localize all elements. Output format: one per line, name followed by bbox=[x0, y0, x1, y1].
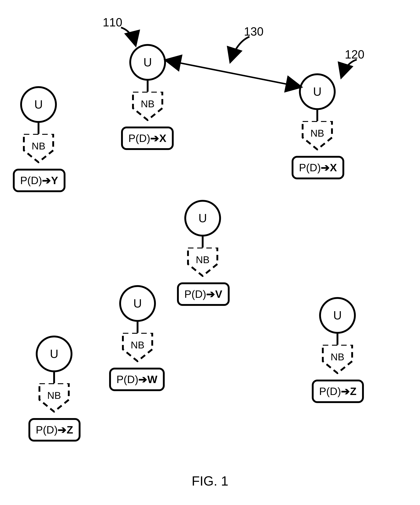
connector bbox=[147, 81, 149, 92]
connector bbox=[337, 334, 338, 345]
prob-target: Y bbox=[51, 174, 58, 186]
prob-target: Z bbox=[67, 424, 73, 436]
u-label: U bbox=[133, 297, 142, 310]
nb-box: NB bbox=[20, 134, 57, 163]
nb-box: NB bbox=[299, 121, 336, 150]
node-6: U NB P(D)➔Z bbox=[319, 297, 356, 334]
prob-target: W bbox=[147, 373, 157, 385]
nb-box: NB bbox=[319, 345, 356, 374]
connector bbox=[53, 372, 55, 383]
u-label: U bbox=[198, 211, 207, 225]
u-label: U bbox=[143, 56, 152, 69]
prob-target: X bbox=[159, 132, 166, 144]
ref-arrow-110 bbox=[114, 22, 143, 51]
prob-prefix: P(D) bbox=[116, 373, 138, 385]
nb-box: NB bbox=[129, 92, 166, 121]
user-circle: U bbox=[119, 285, 156, 322]
prob-prefix: P(D) bbox=[36, 424, 57, 436]
figure-label: FIG. 1 bbox=[192, 473, 228, 488]
ref-arrow-120 bbox=[335, 54, 364, 83]
nb-label: NB bbox=[129, 98, 166, 109]
nb-label: NB bbox=[36, 390, 72, 401]
prob-prefix: P(D) bbox=[20, 174, 42, 186]
connection-arrow bbox=[161, 51, 308, 103]
probability-box: P(D)➔W bbox=[109, 368, 165, 391]
prob-prefix: P(D) bbox=[184, 288, 206, 300]
nb-box: NB bbox=[184, 247, 221, 277]
node-4: U NB P(D)➔V bbox=[184, 200, 221, 237]
connector bbox=[202, 237, 204, 247]
connector bbox=[38, 123, 39, 134]
node-5: U NB P(D)➔W bbox=[119, 285, 156, 322]
nb-label: NB bbox=[20, 140, 57, 152]
connector bbox=[316, 110, 318, 121]
node-3: U NB P(D)➔Y bbox=[20, 86, 57, 123]
nb-label: NB bbox=[119, 339, 156, 351]
nb-label: NB bbox=[184, 254, 221, 265]
probability-box: P(D)➔Z bbox=[28, 418, 81, 442]
probability-box: P(D)➔Y bbox=[13, 169, 65, 192]
user-circle: U bbox=[20, 86, 57, 123]
user-circle: U bbox=[319, 297, 356, 334]
nb-label: NB bbox=[319, 351, 356, 363]
prob-prefix: P(D) bbox=[128, 132, 150, 144]
connector bbox=[137, 322, 139, 333]
prob-prefix: P(D) bbox=[299, 162, 321, 173]
user-circle: U bbox=[36, 335, 72, 372]
prob-target: Z bbox=[350, 385, 356, 397]
probability-box: P(D)➔X bbox=[292, 156, 344, 179]
probability-box: P(D)➔X bbox=[121, 126, 174, 150]
u-label: U bbox=[34, 98, 43, 111]
probability-box: P(D)➔V bbox=[177, 282, 230, 306]
prob-prefix: P(D) bbox=[319, 385, 341, 397]
prob-target: V bbox=[215, 288, 222, 300]
u-label: U bbox=[50, 347, 58, 361]
nb-box: NB bbox=[119, 333, 156, 362]
svg-line-0 bbox=[168, 61, 302, 87]
user-circle: U bbox=[184, 200, 221, 237]
nb-label: NB bbox=[299, 127, 336, 139]
u-label: U bbox=[333, 309, 342, 322]
nb-box: NB bbox=[36, 383, 72, 413]
node-7: U NB P(D)➔Z bbox=[36, 335, 72, 372]
probability-box: P(D)➔Z bbox=[312, 379, 364, 403]
u-label: U bbox=[313, 85, 322, 98]
prob-target: X bbox=[330, 162, 337, 173]
